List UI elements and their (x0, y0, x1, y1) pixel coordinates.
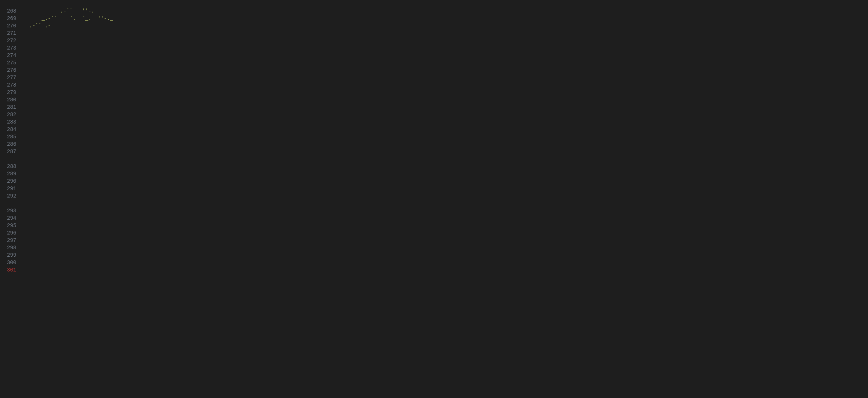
ln: 288 (7, 163, 16, 169)
ln: 294 (7, 215, 16, 221)
ln: 279 (7, 90, 16, 95)
ln: 275 (7, 60, 16, 66)
ascii-art: _.-`` `. `_. ''-._ (23, 16, 147, 21)
ln: 273 (7, 45, 16, 51)
ln: 270 (7, 23, 16, 29)
ln: 298 (7, 245, 16, 251)
ln: 289 (7, 171, 16, 177)
ascii-art: _.-``__ ''-._ (23, 8, 98, 14)
ln: 282 (7, 112, 16, 118)
ascii-art: .-`` .- (23, 23, 51, 29)
ln: 300 (7, 260, 16, 266)
ln: 276 (7, 67, 16, 73)
ln: 277 (7, 75, 16, 81)
ln: 268 (7, 8, 16, 14)
ln: 299 (7, 252, 16, 258)
ln: 280 (7, 97, 16, 103)
ln: 296 (7, 230, 16, 236)
ln: 285 (7, 134, 16, 140)
ln: 284 (7, 127, 16, 132)
ln: 283 (7, 119, 16, 125)
ln: 295 (7, 223, 16, 229)
terminal-output[interactable]: _.-``__ ''-._ _.-`` `. `_. ''-._ .-`` .- (23, 0, 147, 30)
ln: 274 (7, 53, 16, 58)
ln: 297 (7, 237, 16, 243)
ln: 278 (7, 82, 16, 88)
ln: 292 (7, 193, 16, 199)
ln: 281 (7, 104, 16, 110)
ln: 272 (7, 38, 16, 44)
ln: 287 (7, 149, 16, 155)
ln: 290 (7, 178, 16, 184)
ln: 301 (7, 267, 16, 273)
ln: 293 (7, 208, 16, 214)
line-number-gutter: 268 269 270 271 272 273 274 275 276 277 … (0, 0, 16, 274)
ln: 271 (7, 30, 16, 36)
ln: 269 (7, 16, 16, 21)
ln: 291 (7, 186, 16, 192)
ln: 286 (7, 141, 16, 147)
